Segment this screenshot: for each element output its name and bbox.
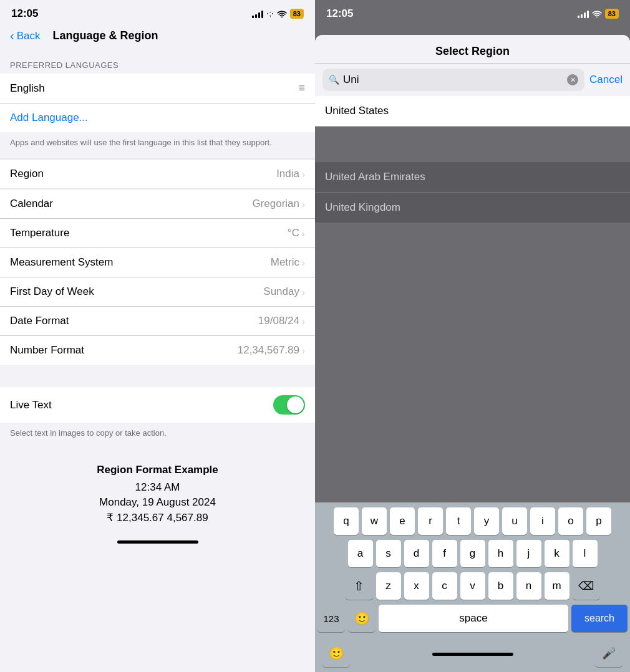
live-text-row: Live Text — [0, 387, 315, 423]
key-w[interactable]: w — [362, 507, 387, 535]
temperature-row[interactable]: Temperature °C › — [0, 219, 315, 248]
key-s[interactable]: s — [376, 540, 401, 567]
measurement-value: Metric › — [271, 256, 305, 269]
key-emoji[interactable]: 🙂 — [348, 605, 376, 632]
wifi-icon: ⋅;⋅ — [266, 9, 273, 18]
keyboard-extra-row: 🙂 🎤 — [317, 637, 628, 670]
key-j[interactable]: j — [516, 540, 541, 567]
right-time: 12:05 — [326, 7, 353, 20]
calendar-chevron-icon: › — [302, 199, 305, 209]
wifi-icon — [277, 10, 287, 17]
calendar-value: Gregorian › — [252, 198, 305, 210]
clear-search-button[interactable]: ✕ — [567, 74, 578, 85]
key-y[interactable]: y — [474, 507, 499, 535]
key-x[interactable]: x — [404, 572, 429, 600]
date-format-row[interactable]: Date Format 19/08/24 › — [0, 307, 315, 336]
result-name: United Kingdom — [325, 201, 400, 213]
add-language-row[interactable]: Add Language... — [0, 103, 315, 132]
key-space-label: space — [459, 612, 487, 625]
region-chevron-icon: › — [302, 169, 305, 180]
calendar-row[interactable]: Calendar Gregorian › — [0, 190, 315, 219]
home-indicator — [117, 540, 198, 544]
left-status-bar: 12:05 ⋅;⋅ 83 — [0, 0, 315, 24]
key-shift[interactable]: ⇧ — [346, 572, 373, 600]
key-q[interactable]: q — [334, 507, 359, 535]
search-results-list: United States — [315, 96, 630, 127]
live-text-toggle[interactable] — [273, 395, 305, 415]
right-panel: 12:05 83 Select Region 🔍 — [315, 0, 630, 672]
first-day-value-text: Sunday — [263, 286, 299, 298]
search-input-container[interactable]: 🔍 Uni ✕ — [322, 69, 584, 91]
modal-title-bar: Select Region — [315, 35, 630, 64]
number-format-label: Number Format — [10, 344, 84, 357]
key-space[interactable]: space — [379, 605, 568, 632]
key-m[interactable]: m — [545, 572, 569, 600]
key-u[interactable]: u — [502, 507, 527, 535]
first-day-row[interactable]: First Day of Week Sunday › — [0, 277, 315, 307]
key-i[interactable]: i — [530, 507, 555, 535]
list-item[interactable]: United Arab Emirates — [315, 162, 630, 193]
key-l[interactable]: l — [573, 540, 598, 567]
signal-icon — [252, 9, 263, 18]
back-chevron-icon: ‹ — [10, 29, 14, 43]
reorder-icon: ≡ — [298, 82, 305, 95]
key-o[interactable]: o — [558, 507, 583, 535]
region-format-time: 12:34 AM — [10, 481, 305, 494]
key-numbers[interactable]: 123 — [317, 605, 345, 632]
measurement-row[interactable]: Measurement System Metric › — [0, 248, 315, 277]
english-label: English — [10, 82, 45, 95]
region-format-section: Region Format Example 12:34 AM Monday, 1… — [0, 449, 315, 534]
region-row[interactable]: Region India › — [0, 158, 315, 190]
key-a[interactable]: a — [348, 540, 373, 567]
key-r[interactable]: r — [418, 507, 443, 535]
measurement-value-text: Metric — [271, 256, 299, 269]
key-f[interactable]: f — [432, 540, 457, 567]
search-magnifier-icon: 🔍 — [329, 75, 339, 85]
battery-badge: 83 — [290, 9, 304, 19]
right-status-icons: 83 — [578, 9, 619, 19]
key-n[interactable]: n — [516, 572, 541, 600]
measurement-chevron-icon: › — [302, 257, 305, 268]
date-format-value: 19/08/24 › — [258, 315, 305, 327]
list-item[interactable]: United States — [315, 96, 630, 127]
region-label: Region — [10, 168, 44, 180]
add-language-label: Add Language... — [10, 112, 88, 124]
key-emoji-bottom[interactable]: 🙂 — [322, 640, 350, 667]
search-input[interactable]: Uni — [343, 74, 563, 86]
key-p[interactable]: p — [586, 507, 611, 535]
key-search-label: search — [584, 613, 614, 624]
key-search[interactable]: search — [571, 605, 628, 632]
key-microphone[interactable]: 🎤 — [595, 640, 623, 667]
key-d[interactable]: d — [404, 540, 429, 567]
live-text-group: Live Text — [0, 387, 315, 423]
keyboard-row-2: a s d f g h j k l — [317, 540, 628, 567]
list-item[interactable]: United Kingdom — [315, 193, 630, 223]
region-format-title: Region Format Example — [10, 464, 305, 476]
key-h[interactable]: h — [488, 540, 513, 567]
temperature-value-text: °C — [288, 227, 299, 239]
preferred-languages-header: PREFERRED LANGUAGES — [0, 50, 315, 74]
select-region-modal: Select Region 🔍 Uni ✕ Cancel United Stat… — [315, 35, 630, 127]
temperature-value: °C › — [288, 227, 305, 239]
date-format-value-text: 19/08/24 — [258, 315, 299, 327]
key-numbers-label: 123 — [323, 613, 339, 624]
live-text-description: Select text in images to copy or take ac… — [0, 423, 315, 449]
key-k[interactable]: k — [545, 540, 569, 567]
key-t[interactable]: t — [446, 507, 471, 535]
number-format-row[interactable]: Number Format 12,34,567.89 › — [0, 336, 315, 365]
result-name: United Arab Emirates — [325, 171, 425, 183]
region-value-text: India — [276, 168, 299, 180]
key-e[interactable]: e — [390, 507, 415, 535]
key-v[interactable]: v — [460, 572, 485, 600]
back-label: Back — [17, 30, 41, 42]
key-c[interactable]: c — [432, 572, 457, 600]
key-z[interactable]: z — [376, 572, 401, 600]
english-row[interactable]: English ≡ — [0, 74, 315, 103]
back-button[interactable]: ‹ Back — [10, 29, 40, 43]
live-text-label: Live Text — [10, 399, 52, 411]
key-delete[interactable]: ⌫ — [573, 572, 600, 600]
key-b[interactable]: b — [488, 572, 513, 600]
languages-group: English ≡ Add Language... — [0, 74, 315, 132]
cancel-button[interactable]: Cancel — [589, 74, 623, 86]
key-g[interactable]: g — [460, 540, 485, 567]
